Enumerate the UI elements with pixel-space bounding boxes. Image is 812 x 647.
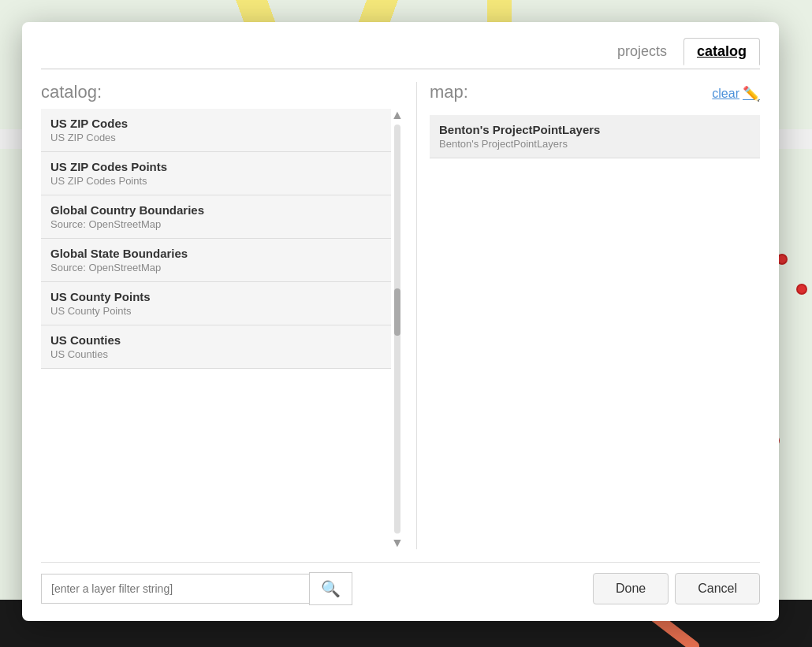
map-label: map: [430,82,468,102]
search-icon: 🔍 [321,580,341,597]
clear-label: clear [712,87,739,101]
clear-button[interactable]: clear ✏️ [712,85,760,102]
tab-catalog[interactable]: catalog [683,38,760,65]
catalog-list-item[interactable]: US CountiesUS Counties [41,325,391,369]
tab-projects[interactable]: projects [604,38,680,65]
catalog-item-title: US County Points [50,290,382,303]
catalog-list-item[interactable]: US ZIP Codes PointsUS ZIP Codes Points [41,152,391,195]
panel-divider [416,82,417,549]
catalog-item-title: US Counties [50,333,382,347]
catalog-list-item[interactable]: US County PointsUS County Points [41,282,391,325]
catalog-item-title: US ZIP Codes Points [50,160,382,173]
map-layer-title: Benton's ProjectPointLayers [439,123,751,136]
action-buttons: Done Cancel [593,573,760,604]
map-dot-2 [796,284,807,295]
filter-input[interactable] [41,574,309,604]
catalog-list-item[interactable]: Global State BoundariesSource: OpenStree… [41,239,391,282]
catalog-item-subtitle: US Counties [50,348,382,360]
filter-area: 🔍 [41,572,352,605]
map-panel: map: clear ✏️ Benton's ProjectPointLayer… [430,82,760,549]
catalog-item-title: Global Country Boundaries [50,203,382,217]
map-layer-subtitle: Benton's ProjectPointLayers [439,138,751,150]
scroll-thumb[interactable] [394,288,400,336]
catalog-list-container: US ZIP CodesUS ZIP CodesUS ZIP Codes Poi… [41,109,404,549]
catalog-item-title: US ZIP Codes [50,117,382,130]
catalog-list-item[interactable]: US ZIP CodesUS ZIP Codes [41,109,391,152]
cancel-button[interactable]: Cancel [675,573,760,604]
catalog-item-subtitle: Source: OpenStreetMap [50,218,382,230]
catalog-list: US ZIP CodesUS ZIP CodesUS ZIP Codes Poi… [41,109,391,549]
catalog-item-subtitle: US ZIP Codes Points [50,175,382,187]
catalog-item-subtitle: US County Points [50,305,382,317]
map-panel-header: map: clear ✏️ [430,82,760,109]
tab-bar: projects catalog [41,38,760,69]
scroll-track [394,125,400,534]
main-content: catalog: US ZIP CodesUS ZIP CodesUS ZIP … [41,82,760,549]
catalog-item-subtitle: Source: OpenStreetMap [50,262,382,273]
done-button[interactable]: Done [593,573,669,604]
clear-icon: ✏️ [743,85,760,102]
scrollbar[interactable]: ▲ ▼ [391,109,404,549]
map-layers-list: Benton's ProjectPointLayersBenton's Proj… [430,115,760,549]
catalog-list-item[interactable]: Global Country BoundariesSource: OpenStr… [41,195,391,239]
bottom-action-bar: 🔍 Done Cancel [41,562,760,605]
search-button[interactable]: 🔍 [309,572,352,605]
catalog-item-subtitle: US ZIP Codes [50,132,382,143]
modal-dialog: projects catalog catalog: US ZIP CodesUS… [22,22,779,621]
scroll-down-arrow[interactable]: ▼ [391,537,404,549]
catalog-item-title: Global State Boundaries [50,247,382,260]
map-layer-item[interactable]: Benton's ProjectPointLayersBenton's Proj… [430,115,760,158]
scroll-up-arrow[interactable]: ▲ [391,109,404,121]
catalog-label: catalog: [41,82,404,102]
catalog-panel: catalog: US ZIP CodesUS ZIP CodesUS ZIP … [41,82,404,549]
